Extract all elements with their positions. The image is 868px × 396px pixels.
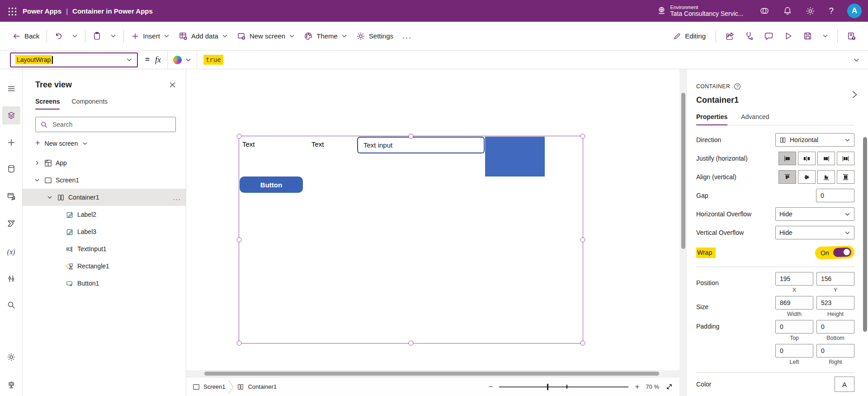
canvas-label2[interactable]: Text [239,136,293,152]
selection-handle[interactable] [409,341,414,346]
environment-switcher[interactable]: Environment Tata Consultancy Servic... [657,5,744,18]
chevron-down-icon[interactable] [34,177,41,183]
padding-left-input[interactable]: 0 [775,344,813,358]
breadcrumb-container1[interactable]: Container1 [237,383,277,391]
scrollbar-thumb[interactable] [204,372,659,376]
canvas-button[interactable]: Button [240,177,303,193]
justify-end-button[interactable] [817,152,835,165]
screen-artboard[interactable]: Text Text Text input Button [186,69,679,370]
selection-handle[interactable] [237,134,242,139]
zoom-slider-thumb[interactable] [547,384,548,390]
padding-bottom-input[interactable]: 0 [816,320,854,334]
selection-handle[interactable] [237,341,242,346]
size-width-input[interactable]: 869 [775,296,813,310]
panel-scrollbar-thumb[interactable] [863,137,867,332]
justify-space-between-button[interactable] [837,152,854,165]
selection-handle[interactable] [237,237,242,242]
wrap-toggle[interactable] [833,248,852,257]
position-y-input[interactable]: 156 [816,272,854,286]
horizontal-overflow-dropdown[interactable]: Hide [775,207,854,221]
preview-play-button[interactable] [780,28,797,44]
container-selection[interactable]: Text Text Text input Button [239,136,583,344]
item-more-menu[interactable]: ... [173,194,181,201]
theme-button[interactable]: Theme [299,29,352,43]
formula-input[interactable]: true [197,56,845,63]
position-x-input[interactable]: 195 [775,272,813,286]
paste-button[interactable] [88,29,106,43]
tree-item-rectangle1[interactable]: Rectangle1 [23,258,186,275]
zoom-slider[interactable] [499,386,628,387]
breadcrumb-screen1[interactable]: Screen1 [193,383,225,391]
scrollbar-thumb[interactable] [681,93,685,249]
justify-start-button[interactable] [778,152,796,165]
power-automate-rail-icon[interactable] [2,215,20,233]
tree-item-container1[interactable]: Container1 ... [23,189,186,206]
add-data-button[interactable]: Add data [174,29,232,43]
new-screen-button[interactable]: New screen [232,29,299,43]
zoom-percent[interactable]: 70 % [646,383,659,390]
copilot-topbar-icon[interactable] [760,6,769,16]
tab-advanced[interactable]: Advanced [741,113,769,125]
close-icon[interactable] [169,81,176,88]
align-top-button[interactable] [778,170,796,184]
publish-button[interactable] [843,28,860,44]
copilot-formula-button[interactable] [167,51,197,69]
settings-topbar-gear-icon[interactable] [806,6,815,16]
paste-dropdown[interactable] [106,30,121,42]
align-middle-button[interactable] [798,170,816,184]
tab-properties[interactable]: Properties [696,113,727,125]
tree-item-label3[interactable]: Label3 [23,223,186,240]
advanced-tools-rail-icon[interactable] [2,270,20,288]
color-picker-button[interactable]: A [835,377,854,392]
data-rail-icon[interactable] [2,160,20,178]
canvas-rectangle[interactable] [485,137,545,177]
chevron-right-icon[interactable] [851,91,858,98]
chevron-down-icon[interactable] [47,195,53,200]
settings-button[interactable]: Settings [352,29,398,43]
undo-button[interactable] [50,29,67,43]
notifications-bell-icon[interactable] [783,6,792,15]
waffle-menu-icon[interactable] [7,6,16,15]
tree-view-rail-icon[interactable] [2,106,20,124]
tab-screens[interactable]: Screens [35,98,60,110]
more-commands-button[interactable]: ... [398,31,416,41]
vertical-overflow-dropdown[interactable]: Hide [775,226,854,239]
zoom-in-button[interactable]: + [635,382,639,391]
selection-handle[interactable] [580,237,585,242]
tree-item-label2[interactable]: Label2 [23,206,186,223]
direction-dropdown[interactable]: Horizontal [775,133,854,147]
tab-components[interactable]: Components [71,98,107,110]
selection-handle[interactable] [580,341,585,346]
variables-rail-icon[interactable]: (x) [2,243,20,261]
canvas-horizontal-scrollbar[interactable] [186,370,679,377]
user-avatar[interactable]: A [847,4,862,18]
insert-rail-icon[interactable] [2,134,20,152]
media-rail-icon[interactable] [2,187,20,205]
save-dropdown[interactable] [819,29,832,43]
tree-item-textinput1[interactable]: TextInput1 [23,240,186,258]
fit-to-window-icon[interactable] [665,383,673,391]
size-height-input[interactable]: 523 [816,296,854,310]
align-stretch-button[interactable] [837,170,854,184]
canvas-vertical-scrollbar[interactable] [679,69,687,396]
zoom-out-button[interactable]: − [488,382,493,391]
padding-right-input[interactable]: 0 [816,344,854,358]
justify-center-button[interactable] [798,152,816,165]
tree-item-button1[interactable]: Button1 [23,275,186,292]
tree-item-screen1[interactable]: Screen1 [23,172,186,189]
selection-handle[interactable] [409,134,414,139]
app-checker-button[interactable] [741,28,758,44]
search-input[interactable]: Search [35,117,176,132]
insert-button[interactable]: Insert [127,29,174,43]
selection-handle[interactable] [580,134,585,139]
chevron-right-icon[interactable] [34,160,41,166]
back-button[interactable]: Back [8,29,44,43]
search-rail-icon[interactable] [2,296,20,314]
save-button[interactable] [799,28,816,44]
editing-mode-button[interactable]: Editing [669,29,710,43]
align-bottom-button[interactable] [817,170,835,184]
virtual-agent-rail-icon[interactable] [2,376,20,394]
property-selector-dropdown[interactable]: LayoutWrap [10,52,138,67]
settings-rail-icon[interactable] [2,348,20,366]
help-icon[interactable]: ? [829,6,834,16]
